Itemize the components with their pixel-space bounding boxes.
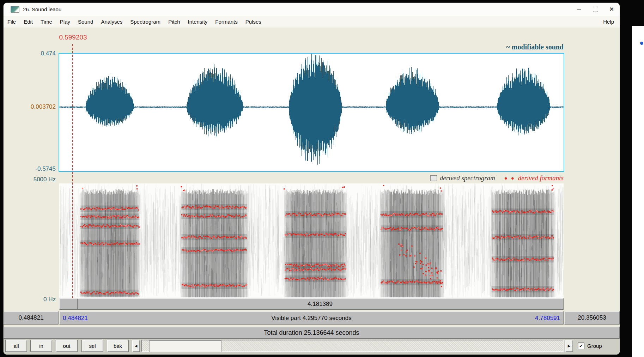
- scrollbar-trough[interactable]: [141, 340, 564, 352]
- group-checkbox[interactable]: ✔: [578, 343, 584, 349]
- zoom-back-button[interactable]: bak: [107, 340, 129, 352]
- spectrogram-panel[interactable]: [59, 183, 564, 298]
- scroll-left-button[interactable]: ◀: [132, 340, 140, 352]
- close-button[interactable]: ✕: [603, 3, 620, 16]
- spectrogram-grid-icon: [430, 175, 437, 181]
- waveform-canvas[interactable]: [59, 54, 564, 171]
- scrollbar-thumb[interactable]: [149, 340, 221, 352]
- menu-pitch[interactable]: Pitch: [164, 19, 184, 25]
- visible-part-bar[interactable]: 0.484821 Visible part 4.295770 seconds 4…: [59, 311, 564, 325]
- menu-intensity[interactable]: Intensity: [184, 19, 211, 25]
- praat-sound-editor-window: 26. Sound ieaou ─ ✕ File Edit Time Play …: [4, 3, 620, 355]
- group-control: ✔ Group: [578, 340, 602, 352]
- freq-min-label: 0 Hz: [6, 296, 56, 303]
- spectrogram-canvas[interactable]: [59, 183, 564, 298]
- zoom-all-button[interactable]: all: [5, 340, 27, 352]
- screenshot-root: 26. Sound ieaou ─ ✕ File Edit Time Play …: [0, 0, 644, 357]
- amplitude-min-label: -0.5745: [6, 165, 56, 173]
- before-visible-time: 0.484821: [19, 314, 44, 321]
- before-visible-bar[interactable]: 0.484821: [4, 311, 59, 325]
- menu-spectrogram[interactable]: Spectrogram: [126, 19, 164, 25]
- window-controls: ─ ✕: [571, 3, 620, 16]
- minimize-button[interactable]: ─: [571, 3, 587, 16]
- page-background-strip: [632, 26, 644, 357]
- zoom-out-button[interactable]: out: [56, 340, 78, 352]
- after-visible-time: 20.356053: [578, 314, 606, 321]
- scroll-right-button[interactable]: ▶: [565, 340, 573, 352]
- maximize-button[interactable]: [587, 3, 603, 16]
- menu-analyses[interactable]: Analyses: [97, 19, 126, 25]
- title-bar: 26. Sound ieaou ─ ✕: [4, 3, 620, 16]
- derived-spectrogram-label: derived spectrogram: [440, 174, 495, 182]
- amplitude-cursor-label: 0.003702: [6, 103, 56, 110]
- close-icon: ✕: [609, 6, 614, 13]
- total-duration-bar[interactable]: Total duration 25.136644 seconds: [4, 327, 620, 339]
- menu-file[interactable]: File: [4, 19, 20, 25]
- menu-time[interactable]: Time: [37, 19, 56, 25]
- menu-edit[interactable]: Edit: [20, 19, 37, 25]
- total-duration-label: Total duration 25.136644 seconds: [264, 329, 359, 337]
- after-visible-bar[interactable]: 20.356053: [564, 311, 620, 325]
- right-arrow-icon: ▶: [568, 344, 571, 348]
- spectrogram-legend: derived spectrogram ● ● derived formants: [281, 174, 564, 182]
- cursor-time-label: 0.599203: [45, 34, 101, 41]
- selection-play-bar[interactable]: 4.181389: [59, 298, 564, 310]
- amplitude-max-label: 0.474: [6, 50, 56, 57]
- praat-app-icon: [11, 6, 19, 13]
- menu-pulses[interactable]: Pulses: [242, 19, 265, 25]
- cursor-line: [72, 44, 73, 298]
- menu-formants[interactable]: Formants: [211, 19, 241, 25]
- blue-dot: [640, 42, 643, 45]
- window-title: 26. Sound ieaou: [23, 6, 61, 12]
- editor-content: 0.599203 0.474 0.003702 -0.5745 ~ modifi…: [4, 28, 620, 355]
- group-label: Group: [587, 343, 602, 349]
- modifiable-sound-label: ~ modifiable sound: [352, 43, 564, 51]
- maximize-icon: [593, 7, 598, 12]
- left-arrow-icon: ◀: [135, 344, 138, 348]
- zoom-sel-button[interactable]: sel: [81, 340, 103, 352]
- visible-end-time: 4.780591: [535, 315, 560, 322]
- menu-help[interactable]: Help: [597, 19, 620, 25]
- menu-sound[interactable]: Sound: [74, 19, 97, 25]
- formant-dots-icon: ● ●: [504, 175, 515, 181]
- bottom-controls: all in out sel bak ◀ ▶ ✔ Group: [4, 339, 620, 355]
- checkmark-icon: ✔: [579, 344, 583, 348]
- selection-duration: 4.181389: [77, 301, 563, 308]
- minimize-icon: ─: [577, 6, 581, 12]
- zoom-in-button[interactable]: in: [30, 340, 52, 352]
- freq-max-label: 5000 Hz: [6, 176, 56, 183]
- derived-formants-label: derived formants: [518, 174, 564, 182]
- menu-bar: File Edit Time Play Sound Analyses Spect…: [4, 16, 620, 28]
- visible-part-label: Visible part 4.295770 seconds: [60, 315, 563, 322]
- menu-play[interactable]: Play: [56, 19, 74, 25]
- waveform-panel[interactable]: [59, 53, 564, 172]
